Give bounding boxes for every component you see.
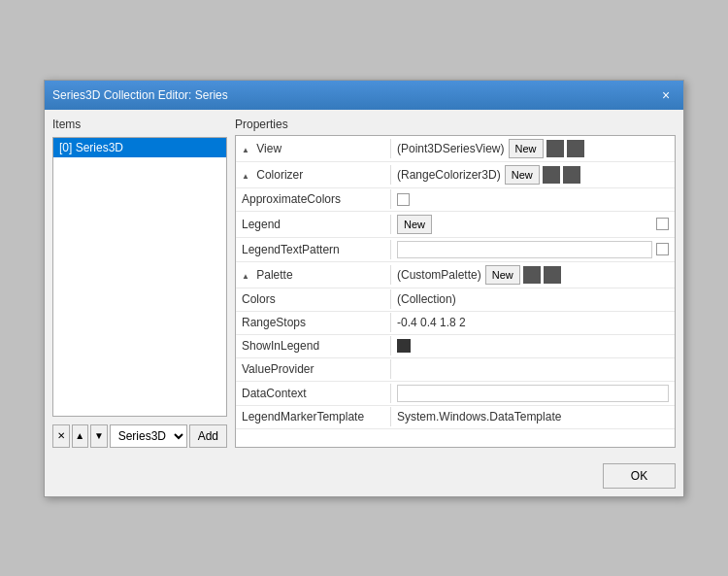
collapse-triangle-view: ▲ (242, 146, 249, 154)
prop-value-colorizer: (RangeColorizer3D) New (391, 162, 675, 187)
colors-value-text: (Collection) (397, 292, 456, 306)
datacontext-input[interactable] (397, 385, 669, 402)
items-panel: Items [0] Series3D ✕ ▲ ▼ Series3D Add (52, 118, 227, 448)
prop-row-approxcolors: ApproximateColors (236, 188, 675, 212)
props-container: ▲ View (Point3DSeriesView) New (235, 135, 676, 448)
prop-row-datacontext: DataContext (236, 382, 675, 406)
view-clear-button[interactable] (567, 140, 584, 157)
prop-value-rangestops: -0.4 0.4 1.8 2 (391, 313, 675, 332)
prop-value-showinlegend (391, 336, 675, 356)
down-arrow-icon: ▼ (94, 430, 104, 441)
prop-label-legendmarkertemplate: LegendMarkerTemplate (242, 410, 364, 424)
prop-value-valueprovider (391, 366, 675, 372)
view-edit-button[interactable] (546, 140, 564, 157)
prop-value-colors: (Collection) (391, 289, 675, 309)
prop-row-showinlegend: ShowInLegend (236, 335, 675, 358)
prop-row-view: ▲ View (Point3DSeriesView) New (236, 136, 675, 162)
series-type-dropdown[interactable]: Series3D (110, 424, 187, 448)
view-value-text: (Point3DSeriesView) (397, 142, 505, 155)
prop-name-colors: Colors (236, 289, 391, 309)
main-window: Series3D Collection Editor: Series × Ite… (44, 80, 684, 497)
delete-button[interactable]: ✕ (52, 424, 70, 448)
palette-new-button[interactable]: New (485, 265, 520, 285)
properties-table: ▲ View (Point3DSeriesView) New (235, 135, 676, 448)
palette-controls: New (485, 265, 669, 285)
prop-name-legendtextpattern: LegendTextPattern (236, 240, 391, 259)
prop-row-legend: Legend New (236, 212, 675, 238)
prop-label-colorizer: Colorizer (256, 168, 303, 182)
items-controls: ✕ ▲ ▼ Series3D Add (52, 424, 227, 448)
title-bar: Series3D Collection Editor: Series × (45, 81, 683, 110)
add-button[interactable]: Add (189, 424, 227, 448)
prop-name-approxcolors: ApproximateColors (236, 189, 391, 209)
rangestops-value-text: -0.4 0.4 1.8 2 (397, 316, 466, 329)
prop-row-valueprovider: ValueProvider (236, 358, 675, 382)
prop-name-colorizer: ▲ Colorizer (236, 165, 391, 185)
move-up-button[interactable]: ▲ (72, 424, 89, 448)
collapse-triangle-colorizer: ▲ (242, 172, 249, 181)
up-arrow-icon: ▲ (75, 430, 84, 441)
prop-label-showinlegend: ShowInLegend (242, 339, 319, 353)
prop-label-view: View (256, 142, 281, 155)
prop-name-rangestops: RangeStops (236, 313, 391, 332)
showinlegend-checkbox[interactable] (397, 339, 411, 353)
prop-name-showinlegend: ShowInLegend (236, 336, 391, 356)
content-area: Items [0] Series3D ✕ ▲ ▼ Series3D Add (45, 110, 683, 456)
list-item[interactable]: [0] Series3D (53, 138, 226, 157)
items-label: Items (52, 118, 227, 131)
legendmarkertemplate-value-text: System.Windows.DataTemplate (397, 410, 561, 424)
window-title: Series3D Collection Editor: Series (52, 88, 228, 102)
prop-value-datacontext (391, 382, 675, 405)
prop-label-legendtextpattern: LegendTextPattern (242, 243, 340, 256)
colorizer-clear-button[interactable] (563, 166, 580, 184)
prop-value-legendtextpattern (391, 238, 675, 261)
colorizer-value-text: (RangeColorizer3D) (397, 168, 501, 182)
prop-row-colors: Colors (Collection) (236, 288, 675, 312)
close-button[interactable]: × (656, 86, 676, 104)
prop-name-view: ▲ View (236, 139, 391, 158)
colorizer-new-button[interactable]: New (505, 165, 540, 185)
prop-label-colors: Colors (242, 292, 276, 306)
items-list: [0] Series3D (52, 137, 227, 417)
prop-row-rangestops: RangeStops -0.4 0.4 1.8 2 (236, 312, 675, 335)
legendtextpattern-input[interactable] (397, 241, 652, 258)
palette-clear-button[interactable] (544, 266, 561, 284)
palette-edit-button[interactable] (523, 266, 541, 284)
ok-button[interactable]: OK (603, 463, 676, 489)
prop-name-valueprovider: ValueProvider (236, 359, 391, 379)
legendtextpattern-checkbox[interactable] (656, 243, 669, 255)
delete-icon: ✕ (57, 430, 65, 441)
prop-row-legendmarkertemplate: LegendMarkerTemplate System.Windows.Data… (236, 406, 675, 429)
colorizer-edit-button[interactable] (543, 166, 560, 184)
approxcolors-checkbox[interactable] (397, 193, 410, 206)
prop-label-valueprovider: ValueProvider (242, 362, 314, 376)
prop-name-palette: ▲ Palette (236, 265, 391, 285)
prop-row-legendtextpattern: LegendTextPattern (236, 238, 675, 262)
legend-checkbox[interactable] (656, 218, 669, 230)
prop-label-datacontext: DataContext (242, 387, 307, 400)
prop-label-rangestops: RangeStops (242, 316, 306, 329)
prop-label-palette: Palette (256, 268, 292, 282)
colorizer-controls: New (505, 165, 669, 185)
move-down-button[interactable]: ▼ (90, 424, 108, 448)
prop-value-legend: New (391, 212, 675, 237)
properties-header: Properties (235, 118, 676, 131)
prop-label-approxcolors: ApproximateColors (242, 192, 341, 206)
prop-value-view: (Point3DSeriesView) New (391, 136, 675, 161)
collapse-triangle-palette: ▲ (242, 272, 249, 281)
prop-row-colorizer: ▲ Colorizer (RangeColorizer3D) New (236, 162, 675, 188)
prop-label-legend: Legend (242, 218, 281, 231)
prop-row-palette: ▲ Palette (CustomPalette) New (236, 262, 675, 288)
legend-new-button[interactable]: New (397, 215, 432, 234)
prop-name-legend: Legend (236, 215, 391, 234)
view-new-button[interactable]: New (509, 139, 544, 158)
footer: OK (45, 456, 683, 496)
palette-value-text: (CustomPalette) (397, 268, 481, 282)
prop-value-legendmarkertemplate: System.Windows.DataTemplate (391, 407, 675, 426)
prop-value-approxcolors (391, 190, 675, 209)
prop-name-legendmarkertemplate: LegendMarkerTemplate (236, 407, 391, 426)
properties-panel: Properties ▲ View (Point3DSeriesView) Ne… (235, 118, 676, 448)
view-controls: New (509, 139, 670, 158)
prop-value-palette: (CustomPalette) New (391, 262, 675, 288)
prop-name-datacontext: DataContext (236, 384, 391, 403)
